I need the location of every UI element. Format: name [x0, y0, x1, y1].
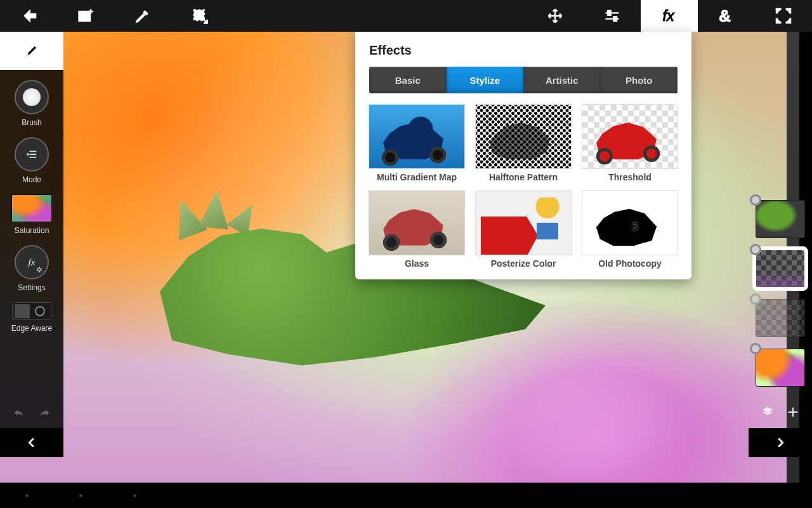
- add-layer-button[interactable]: [786, 405, 800, 422]
- settings-label: Settings: [18, 283, 45, 292]
- ampersand-icon: &: [717, 7, 735, 25]
- effect-halftone-pattern[interactable]: Halftone Pattern: [476, 105, 571, 182]
- left-tool-panel: Brush Mode Saturation fx Settings Edge A…: [0, 32, 63, 457]
- mode-label: Mode: [22, 175, 41, 184]
- brush-label: Brush: [22, 118, 41, 127]
- effects-tabs: Basic Stylize Artistic Photo: [369, 67, 678, 93]
- effect-old-photocopy[interactable]: Old Photocopy: [582, 191, 678, 269]
- svg-rect-3: [613, 17, 617, 21]
- fullscreen-button[interactable]: [755, 0, 812, 32]
- plus-icon: [786, 405, 800, 419]
- redo-button[interactable]: [37, 406, 51, 422]
- saturation-thumb: [11, 194, 52, 222]
- svg-text:&: &: [719, 7, 731, 25]
- chevron-left-icon: [25, 436, 39, 450]
- fullscreen-icon: [775, 7, 792, 25]
- effects-popover: Effects Basic Stylize Artistic Photo Mul…: [355, 32, 691, 279]
- pencil-icon: [134, 7, 152, 25]
- adjust-button[interactable]: [584, 0, 641, 32]
- text-button[interactable]: &: [698, 0, 755, 32]
- effect-label: Multi Gradient Map: [377, 172, 457, 182]
- effect-thumb: [369, 191, 464, 255]
- mode-icon: [15, 137, 49, 171]
- layer-visibility-dot[interactable]: [750, 293, 761, 305]
- tab-stylize[interactable]: Stylize: [447, 67, 524, 93]
- effect-glass[interactable]: Glass: [369, 191, 464, 269]
- canvas-reveal-button[interactable]: [228, 9, 527, 23]
- tab-photo[interactable]: Photo: [601, 67, 678, 93]
- edge-aware-toggle[interactable]: Edge Aware: [0, 302, 63, 333]
- saturation-button[interactable]: Saturation: [0, 194, 63, 235]
- effect-label: Posterize Color: [491, 258, 556, 269]
- effect-label: Threshold: [608, 172, 652, 182]
- svg-rect-1: [194, 10, 204, 20]
- effect-thumb: [476, 105, 571, 168]
- chevron-right-icon: [773, 436, 787, 450]
- edge-aware-switch[interactable]: [12, 302, 51, 320]
- effect-multi-gradient-map[interactable]: Multi Gradient Map: [369, 105, 464, 182]
- undo-redo-row: [0, 399, 63, 428]
- add-image-button[interactable]: [57, 0, 114, 32]
- layer-thumb-1[interactable]: [756, 349, 804, 386]
- add-image-icon: [77, 7, 95, 25]
- effect-label: Halftone Pattern: [489, 172, 558, 182]
- undo-icon: [12, 406, 26, 420]
- layers-actions: [749, 399, 812, 428]
- brush-preview-circle: [15, 80, 49, 114]
- system-status-bar: [0, 483, 812, 508]
- effect-posterize-color[interactable]: Posterize Color: [476, 191, 571, 269]
- brush-tool-tile[interactable]: [0, 32, 63, 70]
- effects-button[interactable]: fx: [641, 0, 698, 32]
- chevron-up-icon: [370, 9, 384, 23]
- layer-visibility-dot[interactable]: [750, 244, 761, 255]
- effect-thumb: [369, 105, 464, 168]
- transform-button[interactable]: [527, 0, 584, 32]
- effects-title: Effects: [369, 43, 678, 58]
- status-dot: [25, 494, 29, 497]
- marquee-icon: [191, 7, 209, 25]
- tab-artistic[interactable]: Artistic: [523, 67, 601, 93]
- sliders-icon: [603, 7, 621, 25]
- undo-button[interactable]: [12, 406, 26, 422]
- effect-thumb: [582, 191, 678, 255]
- brush-preview[interactable]: Brush: [0, 80, 63, 127]
- layers-icon: [761, 405, 775, 419]
- effect-threshold[interactable]: Threshold: [582, 105, 678, 182]
- layers-menu-button[interactable]: [761, 405, 775, 422]
- effects-grid: Multi Gradient Map Halftone Pattern Thre…: [369, 105, 678, 269]
- tool-settings-button[interactable]: fx Settings: [0, 245, 63, 292]
- collapse-right-button[interactable]: [749, 428, 812, 457]
- back-button[interactable]: [0, 0, 57, 32]
- layer-visibility-dot[interactable]: [750, 343, 761, 354]
- brush-icon: [23, 42, 41, 60]
- settings-fx-icon: fx: [15, 245, 49, 279]
- move-icon: [546, 7, 564, 25]
- select-button[interactable]: [171, 0, 228, 32]
- back-icon: [20, 7, 37, 25]
- effect-label: Glass: [405, 258, 429, 269]
- layers-panel: [749, 32, 812, 457]
- effect-thumb: [582, 105, 678, 168]
- blend-mode-button[interactable]: Mode: [0, 137, 63, 184]
- tab-basic[interactable]: Basic: [369, 67, 447, 93]
- redo-icon: [37, 406, 51, 420]
- layer-visibility-dot[interactable]: [750, 194, 761, 206]
- status-dot: [79, 494, 82, 497]
- layer-thumb-3[interactable]: [756, 250, 804, 287]
- top-toolbar: fx &: [0, 0, 812, 32]
- collapse-left-button[interactable]: [0, 428, 63, 457]
- draw-button[interactable]: [114, 0, 171, 32]
- effect-thumb: [476, 191, 571, 255]
- svg-text:fx: fx: [663, 8, 675, 24]
- saturation-label: Saturation: [15, 226, 49, 235]
- effect-label: Old Photocopy: [598, 258, 662, 269]
- layer-thumb-4[interactable]: [756, 201, 804, 237]
- edge-aware-label: Edge Aware: [11, 324, 53, 333]
- svg-rect-2: [608, 11, 611, 15]
- fx-icon: fx: [660, 7, 678, 25]
- status-dot: [133, 494, 136, 497]
- layer-thumb-2[interactable]: [756, 300, 804, 337]
